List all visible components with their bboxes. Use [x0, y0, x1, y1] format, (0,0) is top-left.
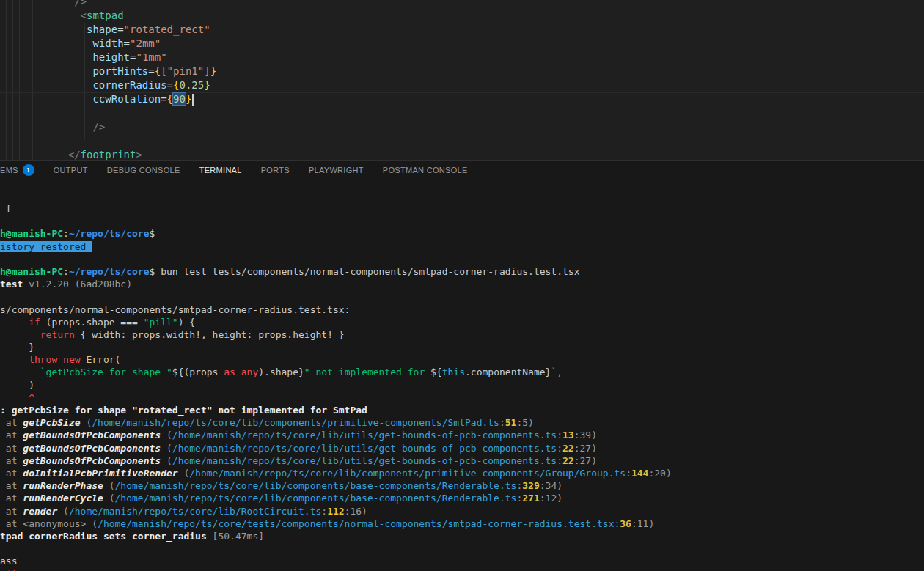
terminal-line: at getPcbSize (/home/manish/repo/ts/core…	[0, 416, 924, 429]
code-line: </footprint>	[0, 148, 216, 160]
terminal-line: )	[0, 379, 924, 391]
terminal-line: h@manish-PC:~/repo/ts/core$	[0, 227, 924, 240]
terminal-line: ail	[0, 567, 924, 571]
code-line: />	[0, 120, 216, 134]
code-line: cornerRadius={0.25}	[0, 78, 216, 92]
code-line: width="2mm"	[0, 37, 216, 51]
terminal-line: istory restored	[0, 240, 924, 253]
terminal-line: at runRenderCycle (/home/manish/repo/ts/…	[0, 492, 924, 504]
panel-tab-ports[interactable]: PORTS	[252, 161, 299, 180]
code-line: ccwRotation={90}	[0, 92, 216, 106]
panel-tab-label: TERMINAL	[199, 166, 242, 174]
terminal-line: test v1.2.20 (6ad208bc)	[0, 278, 924, 290]
panel-tab-label: POSTMAN CONSOLE	[383, 166, 468, 174]
problems-badge: 1	[23, 164, 34, 176]
terminal-line	[0, 215, 924, 227]
terminal[interactable]: f h@manish-PC:~/repo/ts/core$istory rest…	[0, 202, 924, 571]
terminal-line: at getBoundsOfPcbComponents (/home/manis…	[0, 454, 924, 467]
code-line	[0, 134, 216, 148]
panel-tab-postman-console[interactable]: POSTMAN CONSOLE	[373, 161, 477, 180]
panel-tab-label: OUTPUT	[54, 166, 88, 174]
terminal-line: at getBoundsOfPcbComponents (/home/manis…	[0, 442, 924, 454]
terminal-line: at render (/home/manish/repo/ts/core/lib…	[0, 505, 924, 517]
code-line: />	[0, 0, 216, 9]
terminal-line: ass	[0, 555, 924, 567]
panel-tab-label: PORTS	[261, 166, 290, 174]
terminal-line	[0, 542, 924, 555]
panel-tab-output[interactable]: OUTPUT	[44, 161, 98, 180]
panel-tab-problems[interactable]: EMS1	[0, 161, 44, 180]
code-line: portHints={["pin1"]}	[0, 65, 216, 78]
terminal-line: s/components/normal-components/smtpad-co…	[0, 303, 924, 316]
terminal-line: tpad cornerRadius sets corner_radius [50…	[0, 530, 924, 542]
terminal-line	[0, 290, 924, 303]
terminal-line: at runRenderPhase (/home/manish/repo/ts/…	[0, 479, 924, 492]
terminal-line: return { width: props.width!, height: pr…	[0, 328, 924, 341]
terminal-line: throw new Error(	[0, 353, 924, 366]
terminal-line: at doInitialPcbPrimitiveRender (/home/ma…	[0, 467, 924, 479]
code-line: shape="rotated_rect"	[0, 23, 216, 37]
terminal-line: ^	[0, 391, 924, 404]
terminal-line	[0, 253, 924, 265]
terminal-line: h@manish-PC:~/repo/ts/core$ bun test tes…	[0, 265, 924, 278]
panel-tab-terminal[interactable]: TERMINAL	[190, 161, 252, 180]
text-cursor	[192, 94, 194, 106]
code-editor[interactable]: /> <smtpad shape="rotated_rect" width="2…	[0, 0, 924, 160]
vscode-window: /> <smtpad shape="rotated_rect" width="2…	[0, 0, 924, 571]
terminal-line: `getPcbSize for shape "${(props as any).…	[0, 366, 924, 378]
terminal-line: f	[0, 202, 924, 215]
terminal-line: if (props.shape === "pill") {	[0, 316, 924, 328]
panel-tab-bar: EMS1OUTPUTDEBUG CONSOLETERMINALPORTSPLAY…	[0, 161, 924, 180]
bottom-panel: EMS1OUTPUTDEBUG CONSOLETERMINALPORTSPLAY…	[0, 160, 924, 571]
panel-tab-label: EMS	[0, 166, 18, 174]
terminal-output: f h@manish-PC:~/repo/ts/core$istory rest…	[0, 202, 924, 571]
code-line: <smtpad	[0, 9, 216, 23]
terminal-line: at <anonymous> (/home/manish/repo/ts/cor…	[0, 517, 924, 530]
panel-tab-label: DEBUG CONSOLE	[107, 166, 180, 174]
terminal-line: at getBoundsOfPcbComponents (/home/manis…	[0, 429, 924, 441]
code-line	[0, 106, 216, 120]
terminal-line: }	[0, 341, 924, 353]
panel-tab-debug-console[interactable]: DEBUG CONSOLE	[98, 161, 190, 180]
panel-tab-playwright[interactable]: PLAYWRIGHT	[299, 161, 373, 180]
panel-tab-label: PLAYWRIGHT	[309, 166, 364, 174]
terminal-line: : getPcbSize for shape "rotated_rect" no…	[0, 404, 924, 416]
code-line: height="1mm"	[0, 51, 216, 65]
